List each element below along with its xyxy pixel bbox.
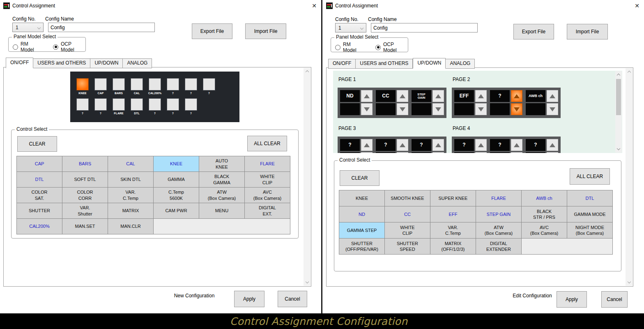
control-cell-super-knee[interactable]: SUPER KNEE [430,190,476,206]
import-file-button[interactable]: Import File [245,23,286,39]
up-arrow-button[interactable] [547,90,558,102]
control-cell-shutter[interactable]: SHUTTER [17,203,62,218]
control-cell-flare[interactable]: FLARE [476,190,521,206]
all-clear-button[interactable]: ALL CLEAR [570,168,610,185]
tab-analog[interactable]: ANALOG [446,59,475,69]
control-cell-smooth-knee[interactable]: SMOOTH KNEE [385,190,430,206]
control-cell-avc-box-camera[interactable]: AVC (Box Camera) [522,222,567,238]
panel-key-blank[interactable]: ? [167,98,179,115]
control-cell-cc[interactable]: CC [385,206,430,222]
control-cell-black-str-prs[interactable]: BLACK STR / PRS [522,206,567,222]
control-cell-nd[interactable]: ND [339,206,384,222]
scroll-down-icon[interactable] [615,145,622,152]
control-cell-cap[interactable]: CAP [17,156,62,171]
panel-key-blank[interactable]: ? [167,78,179,95]
radio-ocp-model[interactable]: OCP Model [375,42,408,53]
control-cell-step-gain[interactable]: STEP GAIN [476,206,521,222]
down-arrow-button[interactable] [432,152,444,153]
control-cell-skin-dtl[interactable]: SKIN DTL [108,172,153,187]
down-arrow-button[interactable] [397,103,408,115]
control-cell-awb-ch[interactable]: AWB ch [522,190,567,206]
control-cell-menu[interactable]: MENU [199,203,244,218]
control-cell-avc-box-camera[interactable]: AVC (Box Camera) [245,188,290,203]
clear-button[interactable]: CLEAR [17,136,57,152]
down-arrow-button[interactable] [475,152,487,153]
tab-analog[interactable]: ANALOG [123,58,152,68]
down-arrow-button[interactable] [361,103,373,115]
tab-on-off[interactable]: ON/OFF [328,59,356,69]
control-cell-atw-box-camera[interactable]: ATW (Box Camera) [199,188,244,203]
down-arrow-button[interactable] [547,103,558,115]
panel-key-cal[interactable]: CAL [131,78,143,95]
down-arrow-button[interactable] [547,152,558,153]
panel-key-knee[interactable]: KNEE [76,78,89,95]
up-arrow-button[interactable] [511,139,522,151]
config-no-select[interactable]: 1 [12,23,44,32]
down-arrow-button[interactable] [511,103,522,115]
down-arrow-button[interactable] [397,152,408,153]
control-cell-digital-ext[interactable]: DIGITAL EXT. [245,203,290,218]
config-no-select[interactable]: 1 [335,23,366,32]
control-cell-night-mode-box-camera[interactable]: NIGHT MODE (Box Camera) [567,222,612,238]
scrollbar-thumb[interactable] [616,79,621,115]
config-name-input[interactable] [371,23,478,32]
panel-key-blank[interactable]: ? [149,98,161,115]
down-arrow-button[interactable] [475,103,487,115]
control-cell-cal[interactable]: CAL [108,156,153,171]
control-cell-gamma[interactable]: GAMMA [154,172,199,187]
up-arrow-button[interactable] [475,139,487,151]
radio-rm-model[interactable]: RM Model [13,41,42,53]
import-file-button[interactable]: Import File [567,24,608,39]
close-icon[interactable]: ✕ [310,2,318,9]
control-cell-cam-pwr[interactable]: CAM PWR [154,203,199,218]
down-arrow-button[interactable] [511,152,522,153]
tab-up-down[interactable]: UP/DOWN [413,58,446,69]
panel-key-blank[interactable]: ? [185,78,197,95]
apply-button[interactable]: Apply [557,291,587,308]
cancel-button[interactable]: Cancel [601,291,628,308]
scroll-up-icon[interactable] [626,69,632,76]
panel-key-blank[interactable]: ? [76,98,89,115]
control-cell-gamma-step[interactable]: GAMMA STEP [339,222,384,238]
content-scrollbar[interactable] [304,68,310,286]
control-cell-color-corr[interactable]: COLOR CORR [62,188,108,203]
control-cell-gamma-mode[interactable]: GAMMA MODE [567,206,612,222]
tab-on-off[interactable]: ON/OFF [6,58,33,68]
control-cell-flare[interactable]: FLARE [245,156,290,171]
control-cell-dtl[interactable]: DTL [567,190,612,206]
all-clear-button[interactable]: ALL CLEAR [247,136,287,151]
control-cell-soft-dtl[interactable]: SOFT DTL [62,172,108,187]
close-icon[interactable]: ✕ [633,2,641,9]
control-cell-knee[interactable]: KNEE [154,156,199,171]
control-cell-color-sat[interactable]: COLOR SAT. [17,188,62,203]
control-cell-knee[interactable]: KNEE [339,190,384,206]
control-cell-cal200[interactable]: CAL200% [17,219,62,234]
control-cell-white-clip[interactable]: WHITE CLIP [385,222,430,238]
up-arrow-button[interactable] [397,139,408,151]
up-arrow-button[interactable] [397,90,408,102]
down-arrow-button[interactable] [432,103,444,115]
control-cell-matrix[interactable]: MATRIX [108,203,153,218]
panel-key-blank[interactable]: ? [203,78,215,95]
control-cell-shutter-off-pre-var[interactable]: SHUTTER (OFF/PRE/VAR) [339,239,384,254]
scroll-up-icon[interactable] [304,69,310,75]
control-cell-black-gamma[interactable]: BLACK GAMMA [199,172,244,187]
pane-scrollbar[interactable] [615,71,622,153]
control-cell-var-shutter[interactable]: VAR. Shutter [62,203,108,218]
up-arrow-button[interactable] [547,139,558,151]
tab-users-and-others[interactable]: USERS and OTHERS [33,58,90,68]
export-file-button[interactable]: Export File [513,24,554,39]
scroll-down-icon[interactable] [626,278,632,285]
control-cell-man-clr[interactable]: MAN.CLR [108,219,153,234]
apply-button[interactable]: Apply [234,291,264,307]
control-cell-var-c-temp[interactable]: VAR. C.Temp [108,188,153,203]
tab-users-and-others[interactable]: USERS and OTHERS [356,59,413,69]
up-arrow-button[interactable] [475,90,487,102]
panel-key-bars[interactable]: BARS [113,78,125,95]
control-cell-dtl[interactable]: DTL [17,172,62,187]
control-cell-digital-extender[interactable]: DIGITAL EXTENDER [476,239,521,254]
down-arrow-button[interactable] [361,152,373,153]
up-arrow-button[interactable] [361,139,373,151]
control-cell-c-temp-5600k[interactable]: C.Temp 5600K [154,188,199,203]
control-cell-eff[interactable]: EFF [430,206,476,222]
